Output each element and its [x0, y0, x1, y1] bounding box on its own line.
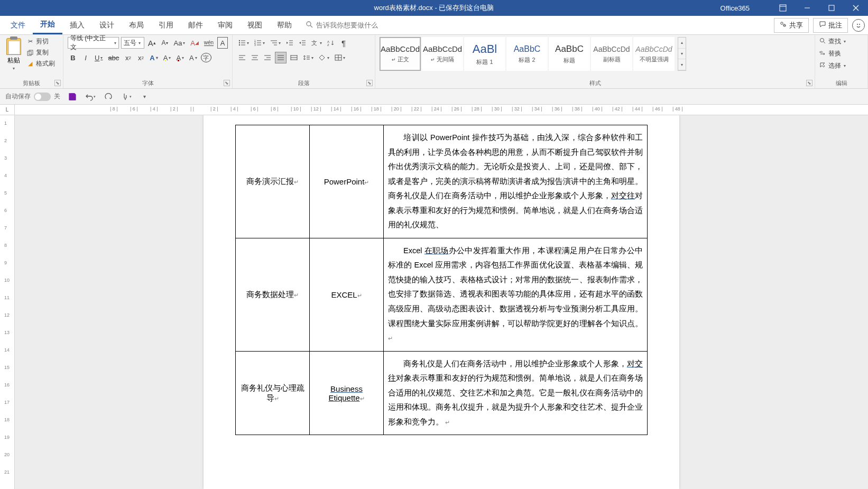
- borders-button[interactable]: [333, 52, 347, 63]
- paragraph-launcher[interactable]: ⬊: [366, 80, 373, 86]
- strikethrough-button[interactable]: abc: [106, 52, 121, 63]
- text-direction-button[interactable]: 文: [310, 37, 324, 49]
- show-marks-button[interactable]: ¶: [338, 37, 349, 49]
- enclose-char-button[interactable]: 字: [201, 53, 211, 62]
- font-launcher[interactable]: ⬊: [224, 80, 230, 86]
- maximize-button[interactable]: [819, 0, 844, 16]
- touch-mode-button[interactable]: ▾: [121, 91, 132, 103]
- undo-button[interactable]: ▾: [85, 91, 96, 103]
- cell-tool[interactable]: PowerPoint↵: [310, 125, 384, 238]
- save-button[interactable]: [67, 91, 78, 103]
- format-painter-button[interactable]: ◢格式刷: [26, 59, 55, 68]
- phonetic-button[interactable]: wén: [202, 37, 215, 49]
- text-effects-button[interactable]: A: [148, 52, 159, 63]
- increase-indent-button[interactable]: [297, 37, 308, 49]
- highlight-button[interactable]: A: [162, 52, 173, 63]
- style-item[interactable]: AaBbC标题 2: [506, 37, 548, 71]
- cell-topic[interactable]: 商务数据处理↵: [236, 238, 310, 351]
- feedback-smiley-icon[interactable]: [852, 19, 865, 32]
- table-row[interactable]: 商务演示汇报↵ PowerPoint↵ 培训以 PowerPoint 操作技巧为…: [236, 125, 648, 238]
- font-size-combo[interactable]: 五号▾: [121, 37, 144, 49]
- cell-desc[interactable]: 培训以 PowerPoint 操作技巧为基础，由浅入深，综合多种软件和工具的利用…: [384, 125, 648, 238]
- tab-mailings[interactable]: 邮件: [181, 16, 210, 34]
- tab-design[interactable]: 设计: [92, 16, 122, 34]
- table-row[interactable]: 商务礼仪与心理疏导↵ BusinessEtiquette↵ 商务礼仪是人们在商务…: [236, 351, 648, 435]
- copy-button[interactable]: 复制: [26, 48, 55, 57]
- style-item[interactable]: AaBl标题 1: [464, 37, 505, 71]
- shrink-font-button[interactable]: A▾: [160, 37, 170, 49]
- gallery-down-icon[interactable]: ▾: [678, 49, 686, 60]
- cell-desc[interactable]: Excel 在职场办公中发挥着重大作用，本课程满足用户在日常办公中标准的 Exc…: [384, 238, 648, 351]
- replace-button[interactable]: ab替换: [819, 49, 863, 58]
- italic-button[interactable]: I: [80, 52, 91, 63]
- cell-desc[interactable]: 商务礼仪是人们在商务活动中，用以维护企业形象或个人形象，对交往对象表示尊重和友好…: [384, 351, 648, 435]
- tab-help[interactable]: 帮助: [270, 16, 299, 34]
- tab-file[interactable]: 文件: [3, 16, 33, 34]
- gallery-more-icon[interactable]: ▾: [678, 59, 686, 70]
- style-item[interactable]: AaBbC标题: [549, 37, 590, 71]
- find-button[interactable]: 查找▾: [819, 37, 863, 46]
- share-button[interactable]: 共享: [774, 18, 809, 33]
- shading-button[interactable]: [317, 52, 331, 63]
- tab-references[interactable]: 引用: [151, 16, 181, 34]
- align-center-button[interactable]: [250, 52, 260, 63]
- align-left-button[interactable]: [237, 52, 247, 63]
- grow-font-button[interactable]: A▴: [146, 37, 158, 49]
- tab-review[interactable]: 审阅: [210, 16, 240, 34]
- style-item[interactable]: AaBbCcDd不明显强调: [633, 37, 675, 71]
- underline-button[interactable]: U: [93, 52, 104, 63]
- horizontal-ruler[interactable]: | 8 || 6 || 4 || 2 || || 2 || 4 || 6 || …: [15, 105, 868, 115]
- gallery-up-icon[interactable]: ▴: [678, 38, 686, 49]
- ruler-corner[interactable]: L: [0, 105, 15, 115]
- tab-home[interactable]: 开始: [33, 16, 62, 34]
- align-justify-button[interactable]: [275, 52, 287, 63]
- font-color-button[interactable]: A: [174, 52, 186, 63]
- style-item[interactable]: AaBbCcDd↵无间隔: [422, 37, 463, 71]
- table-row[interactable]: 商务数据处理↵ EXCEL↵ Excel 在职场办公中发挥着重大作用，本课程满足…: [236, 238, 648, 351]
- line-spacing-button[interactable]: [301, 52, 315, 63]
- redo-button[interactable]: [103, 91, 114, 103]
- tell-me-search[interactable]: 告诉我你想要做什么: [306, 16, 378, 34]
- tab-view[interactable]: 视图: [240, 16, 270, 34]
- decrease-indent-button[interactable]: [284, 37, 295, 49]
- cut-button[interactable]: ✂剪切: [26, 37, 55, 46]
- gallery-scroll[interactable]: ▴ ▾ ▾: [678, 37, 686, 71]
- distribute-button[interactable]: [289, 52, 299, 63]
- toggle-switch[interactable]: [34, 93, 51, 101]
- paste-button[interactable]: 粘贴 ▾: [4, 37, 23, 72]
- minimize-button[interactable]: [795, 0, 819, 16]
- char-shading-button[interactable]: A: [188, 52, 199, 63]
- subscript-button[interactable]: x2: [123, 52, 133, 63]
- styles-launcher[interactable]: ⬊: [806, 80, 812, 86]
- bold-button[interactable]: B: [68, 52, 78, 63]
- clipboard-launcher[interactable]: ⬊: [54, 80, 61, 86]
- vertical-ruler[interactable]: 123456789101112131415161718192021: [0, 115, 15, 489]
- page-scroll[interactable]: 商务演示汇报↵ PowerPoint↵ 培训以 PowerPoint 操作技巧为…: [15, 115, 868, 489]
- autosave-toggle[interactable]: 自动保存 关: [5, 92, 60, 101]
- align-right-button[interactable]: [262, 52, 273, 63]
- tab-insert[interactable]: 插入: [62, 16, 92, 34]
- superscript-button[interactable]: x2: [135, 52, 146, 63]
- comments-button[interactable]: 批注: [813, 18, 848, 33]
- cell-topic[interactable]: 商务演示汇报↵: [236, 125, 310, 238]
- document-table[interactable]: 商务演示汇报↵ PowerPoint↵ 培训以 PowerPoint 操作技巧为…: [235, 125, 648, 435]
- styles-gallery[interactable]: AaBbCcDd↵正文AaBbCcDd↵无间隔AaBl标题 1AaBbC标题 2…: [380, 37, 675, 71]
- font-name-combo[interactable]: 等线 (中文正文▾: [68, 37, 119, 49]
- numbering-button[interactable]: 123: [253, 37, 266, 49]
- select-button[interactable]: 选择▾: [819, 61, 863, 70]
- tab-layout[interactable]: 布局: [122, 16, 151, 34]
- char-border-button[interactable]: A: [217, 37, 228, 49]
- ribbon-display-options[interactable]: [771, 0, 795, 16]
- sort-button[interactable]: AZ: [326, 37, 336, 49]
- multilevel-button[interactable]: [269, 37, 282, 49]
- clear-format-button[interactable]: A◢: [189, 37, 200, 49]
- cell-tool[interactable]: EXCEL↵: [310, 238, 384, 351]
- style-item[interactable]: AaBbCcDd↵正文: [380, 37, 421, 71]
- close-button[interactable]: [844, 0, 868, 16]
- change-case-button[interactable]: Aa: [172, 37, 187, 49]
- cell-tool[interactable]: BusinessEtiquette↵: [310, 351, 384, 435]
- cell-topic[interactable]: 商务礼仪与心理疏导↵: [236, 351, 310, 435]
- qat-customize-button[interactable]: ▾: [138, 91, 150, 103]
- style-item[interactable]: AaBbCcDd副标题: [591, 37, 632, 71]
- bullets-button[interactable]: [237, 37, 251, 49]
